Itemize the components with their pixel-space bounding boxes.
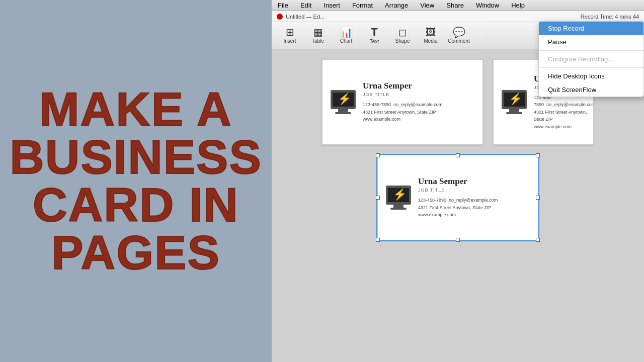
record-time: Record Time: 4 mins 44 <box>581 14 639 20</box>
chart-label: Chart <box>340 38 352 44</box>
menu-quit-screenflow[interactable]: Quit ScreenFlow <box>539 83 643 97</box>
monitor-icon-3: ⚡ <box>386 186 411 210</box>
sel-handle-tr[interactable] <box>536 153 540 157</box>
menu-share[interactable]: Share <box>444 2 466 9</box>
menu-hide-desktop-icons[interactable]: Hide Desktop Icons <box>539 69 643 83</box>
toolbar-chart[interactable]: 📊 Chart <box>333 25 359 47</box>
menu-edit[interactable]: Edit <box>298 2 313 9</box>
card-name-1: Urna Semper <box>363 81 474 91</box>
monitor-icon-1: ⚡ <box>331 90 356 114</box>
record-indicator <box>277 14 283 20</box>
insert-icon: ⊞ <box>286 27 294 37</box>
sel-handle-tc[interactable] <box>456 153 460 157</box>
toolbar-text[interactable]: T Text <box>361 25 387 47</box>
monitor-icon-2: ⚡ <box>502 90 527 114</box>
lightning-icon-2: ⚡ <box>509 93 522 106</box>
menu-stop-record[interactable]: Stop Record <box>539 22 643 35</box>
lightning-icon-3: ⚡ <box>393 188 407 201</box>
sel-handle-ml[interactable] <box>376 196 380 200</box>
toolbar-comment[interactable]: 💬 Comment <box>446 25 472 47</box>
sel-handle-br[interactable] <box>536 238 540 242</box>
toolbar-table[interactable]: ▦ Table <box>305 25 331 47</box>
tutorial-title: MAKE ABUSINESSCARD INPAGES <box>0 75 272 287</box>
media-label: Media <box>424 38 437 44</box>
sel-handle-bl[interactable] <box>376 238 380 242</box>
menu-arrange[interactable]: Arrange <box>383 2 410 9</box>
separator-1 <box>539 50 643 51</box>
menu-window[interactable]: Window <box>474 2 501 9</box>
card-jobtitle-1: JOB TITLE <box>363 92 474 97</box>
monitor-base-1 <box>335 112 351 114</box>
separator-2 <box>539 67 643 68</box>
card-contact-1: 123-456-7890 no_reply@example.com 4321 F… <box>363 101 474 123</box>
comment-label: Comment <box>448 38 469 44</box>
card-contact-3: 123-456-7890 no_reply@example.com 4321 F… <box>418 197 530 218</box>
card-row-2: ⚡ Urna Semper JOB TITLE 123-456-7890 no_… <box>377 155 538 240</box>
left-panel: MAKE ABUSINESSCARD INPAGES <box>0 0 272 362</box>
pages-app: File Edit Insert Format Arrange View Sha… <box>272 0 644 362</box>
card-info-1: Urna Semper JOB TITLE 123-456-7890 no_re… <box>363 81 474 123</box>
table-label: Table <box>312 38 324 44</box>
sel-handle-tl[interactable] <box>376 153 380 157</box>
comment-icon: 💬 <box>453 27 465 37</box>
record-bar: Untitled — Ed... Record Time: 4 mins 44 <box>272 11 644 22</box>
screenflow-dropdown: Stop Record Pause Configure Recording...… <box>538 21 644 97</box>
card-name-3: Urna Semper <box>418 176 530 187</box>
card-contact-2: 123-456-7890 no_reply@example.com 4321 F… <box>534 94 594 130</box>
toolbar-shape[interactable]: ◻ Shape <box>389 25 416 47</box>
text-icon: T <box>371 27 377 38</box>
monitor-base-2 <box>506 112 522 114</box>
menu-configure-recording[interactable]: Configure Recording... <box>539 52 643 66</box>
menu-help[interactable]: Help <box>509 2 527 9</box>
toolbar-insert[interactable]: ⊞ Insert <box>277 25 303 47</box>
menu-insert[interactable]: Insert <box>321 2 342 9</box>
business-card-3[interactable]: ⚡ Urna Semper JOB TITLE 123-456-7890 no_… <box>377 155 538 240</box>
text-label: Text <box>370 39 379 44</box>
toolbar-media[interactable]: 🖼 Media <box>418 25 444 47</box>
insert-label: Insert <box>283 38 296 44</box>
chart-icon: 📊 <box>340 27 353 37</box>
menu-format[interactable]: Format <box>350 2 375 9</box>
menu-file[interactable]: File <box>276 2 290 9</box>
business-card-1[interactable]: ⚡ Urna Semper JOB TITLE 123-456-7890 no_… <box>322 59 483 145</box>
shape-label: Shape <box>395 38 410 44</box>
window-title: Untitled — Ed... <box>286 14 325 20</box>
menu-view[interactable]: View <box>418 2 436 9</box>
menu-pause[interactable]: Pause <box>539 35 643 49</box>
media-icon: 🖼 <box>426 27 436 37</box>
menu-bar: File Edit Insert Format Arrange View Sha… <box>272 0 644 11</box>
sel-handle-bc[interactable] <box>456 238 460 242</box>
table-icon: ▦ <box>313 27 323 37</box>
monitor-base-3 <box>390 208 407 210</box>
card-info-3: Urna Semper JOB TITLE 123-456-7890 no_re… <box>418 176 530 218</box>
shape-icon: ◻ <box>398 27 407 37</box>
lightning-icon-1: ⚡ <box>338 93 351 106</box>
card-jobtitle-3: JOB TITLE <box>418 188 530 193</box>
sel-handle-mr[interactable] <box>536 196 540 200</box>
